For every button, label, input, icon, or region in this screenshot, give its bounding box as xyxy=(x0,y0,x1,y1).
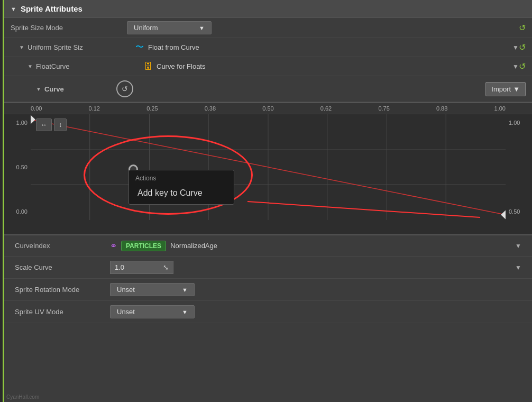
main-container: ▼ Sprite Attributes Sprite Size Mode Uni… xyxy=(0,0,532,402)
x-label-6: 0.75 xyxy=(378,105,389,112)
context-menu-header: Actions xyxy=(129,172,234,184)
y-left-2: 0.00 xyxy=(16,208,27,215)
graph-y-left: 1.00 0.50 0.00 xyxy=(4,114,31,220)
curve-svg xyxy=(31,114,506,220)
particles-badge: PARTICLES xyxy=(121,241,166,251)
x-label-4: 0.50 xyxy=(262,105,273,112)
float-curve-icon: 〜 xyxy=(135,42,144,53)
context-menu: Actions Add key to Curve xyxy=(129,170,234,205)
watermark: CyanHall.com xyxy=(6,394,39,400)
float-curve-row: ▼ FloatCurve 🗄 Curve for Floats ▼ ↺ xyxy=(4,57,532,76)
reset-icon[interactable]: ↺ xyxy=(519,61,526,71)
chevron-down-icon: ▼ xyxy=(513,85,520,93)
x-label-1: 0.12 xyxy=(89,105,100,112)
float-curve-label: ▼ FloatCurve xyxy=(27,62,144,70)
x-label-7: 0.88 xyxy=(436,105,447,112)
curve-icon-wrap: ↺ xyxy=(115,79,134,98)
y-right-1: 0.50 xyxy=(509,208,520,215)
y-left-0: 1.00 xyxy=(16,120,27,126)
curve-index-row: CurveIndex ⚭ PARTICLES NormalizedAge ▼ xyxy=(4,235,532,257)
sprite-uv-mode-label: Sprite UV Mode xyxy=(15,308,110,316)
y-left-1: 0.50 xyxy=(16,164,27,170)
expand-triangle[interactable]: ▼ xyxy=(19,44,24,50)
left-bar xyxy=(0,0,4,402)
dropdown-value: Uniform xyxy=(134,24,158,32)
curve-index-label: CurveIndex xyxy=(15,242,110,250)
sprite-uv-mode-dropdown[interactable]: Unset ▼ xyxy=(110,305,195,318)
value-arrow-icon[interactable]: ▼ xyxy=(512,63,519,70)
sprite-rotation-mode-label: Sprite Rotation Mode xyxy=(15,286,110,294)
link-icon: ⚭ xyxy=(110,241,117,251)
uniform-sprite-size-row: ▼ Uniform Sprite Siz 〜 Float from Curve … xyxy=(4,38,532,57)
sprite-uv-mode-row: Sprite UV Mode Unset ▼ xyxy=(4,301,532,323)
curve-graph-area[interactable]: 0.00 0.12 0.25 0.38 0.50 0.62 0.75 0.88 … xyxy=(4,103,532,235)
curve-row: ▼ Curve ↺ Import ▼ xyxy=(4,76,532,102)
scale-curve-label: Scale Curve xyxy=(15,263,110,271)
resize-icon: ⤡ xyxy=(163,263,169,271)
content-area: ▼ Sprite Attributes Sprite Size Mode Uni… xyxy=(4,0,532,402)
curve-reset-icon[interactable]: ↺ xyxy=(116,80,133,97)
x-label-5: 0.62 xyxy=(320,105,332,112)
graph-y-right: 1.00 0.50 xyxy=(506,114,532,220)
dropdown-arrow-icon[interactable]: ▼ xyxy=(515,264,521,271)
reset-icon[interactable]: ↺ xyxy=(519,23,526,33)
bottom-properties: CurveIndex ⚭ PARTICLES NormalizedAge ▼ S… xyxy=(4,235,532,402)
curve-index-value: ⚭ PARTICLES NormalizedAge xyxy=(110,241,515,251)
expand-triangle[interactable]: ▼ xyxy=(27,63,33,69)
chevron-down-icon: ▼ xyxy=(199,25,205,31)
graph-x-axis: 0.00 0.12 0.25 0.38 0.50 0.62 0.75 0.88 … xyxy=(4,103,532,114)
dropdown-arrow-icon[interactable]: ▼ xyxy=(515,242,521,250)
graph-toolbar: ↔ ↕ xyxy=(36,118,67,131)
graph-main: 1.00 0.50 0.00 xyxy=(4,114,532,220)
sprite-rotation-mode-row: Sprite Rotation Mode Unset ▼ xyxy=(4,279,532,301)
svg-rect-10 xyxy=(501,211,506,220)
pan-horizontal-button[interactable]: ↔ xyxy=(36,118,52,131)
sprite-rotation-mode-dropdown[interactable]: Unset ▼ xyxy=(110,283,195,296)
sprite-size-mode-value: Uniform ▼ xyxy=(127,21,519,34)
sprite-uv-mode-value: Unset ▼ xyxy=(110,305,521,318)
chevron-down-icon: ▼ xyxy=(182,287,188,293)
scale-curve-row: Scale Curve 1.0 ⤡ ▼ xyxy=(4,257,532,279)
uniform-sprite-size-value: 〜 Float from Curve xyxy=(135,42,512,53)
sprite-attributes-header: ▼ Sprite Attributes xyxy=(4,0,532,18)
properties-panel: Sprite Size Mode Uniform ▼ ↺ ▼ Uniform S… xyxy=(4,18,532,103)
normalized-age: NormalizedAge xyxy=(170,242,217,250)
pan-vertical-button[interactable]: ↕ xyxy=(54,118,67,131)
x-label-2: 0.25 xyxy=(146,105,158,112)
section-title: Sprite Attributes xyxy=(21,4,82,13)
x-label-3: 0.38 xyxy=(205,105,216,112)
collapse-triangle[interactable]: ▼ xyxy=(11,6,16,12)
reset-icon[interactable]: ↺ xyxy=(519,42,526,52)
sprite-size-mode-dropdown[interactable]: Uniform ▼ xyxy=(127,21,212,34)
x-label-0: 0.00 xyxy=(31,105,42,112)
scale-curve-value: 1.0 ⤡ xyxy=(110,261,515,274)
chevron-down-icon: ▼ xyxy=(182,309,188,315)
scale-curve-input[interactable]: 1.0 ⤡ xyxy=(110,261,173,274)
graph-canvas[interactable]: ↔ ↕ Actions Add key to Curve xyxy=(31,114,506,220)
y-right-0: 1.00 xyxy=(509,120,520,126)
float-curve-value: 🗄 Curve for Floats xyxy=(144,62,512,71)
curve-label: ▼ Curve xyxy=(36,85,115,93)
expand-triangle[interactable]: ▼ xyxy=(36,86,41,92)
sprite-size-mode-label: Sprite Size Mode xyxy=(11,24,127,32)
svg-rect-9 xyxy=(31,115,35,124)
sprite-size-mode-row: Sprite Size Mode Uniform ▼ ↺ xyxy=(4,18,532,38)
sprite-rotation-mode-value: Unset ▼ xyxy=(110,283,521,296)
import-button[interactable]: Import ▼ xyxy=(485,82,526,96)
uniform-sprite-size-label: ▼ Uniform Sprite Siz xyxy=(19,43,135,51)
x-label-8: 1.00 xyxy=(494,105,506,112)
add-key-to-curve-item[interactable]: Add key to Curve xyxy=(129,184,234,202)
database-icon: 🗄 xyxy=(144,62,152,71)
value-arrow-icon[interactable]: ▼ xyxy=(512,44,519,51)
